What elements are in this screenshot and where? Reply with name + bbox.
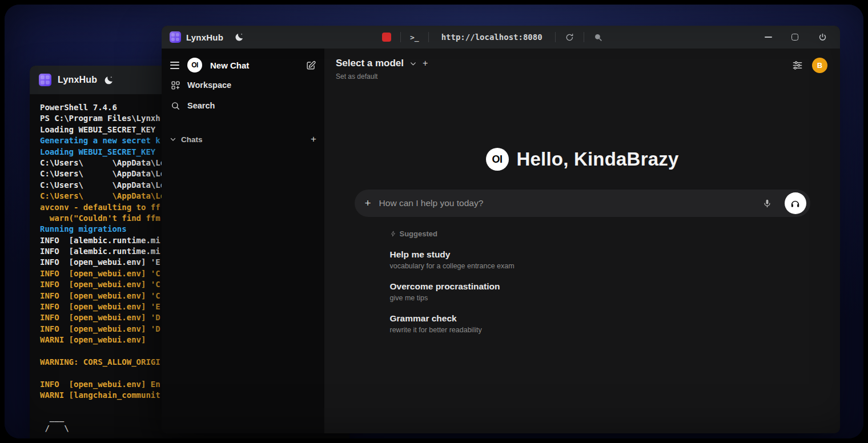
suggestion-list: Help me study vocabulary for a college e… bbox=[390, 249, 810, 334]
terminal-toggle-button[interactable]: >_ bbox=[410, 33, 419, 42]
suggested-section: Suggested Help me study vocabulary for a… bbox=[355, 229, 810, 334]
desktop-background: LynxHub PowerShell 7.4.6 PS C:\Program F… bbox=[5, 5, 863, 438]
address-url[interactable]: http://localhost:8080 bbox=[438, 33, 546, 42]
background-window-title: LynxHub bbox=[58, 75, 97, 85]
chevron-down-icon bbox=[409, 60, 417, 67]
chats-section-header[interactable]: Chats + bbox=[170, 131, 316, 148]
search-icon bbox=[171, 101, 180, 111]
minimize-button[interactable] bbox=[765, 37, 772, 38]
message-input-placeholder[interactable]: How can I help you today? bbox=[379, 198, 754, 208]
suggested-label: Suggested bbox=[400, 229, 437, 238]
power-button[interactable] bbox=[818, 33, 827, 42]
suggestion-title: Help me study bbox=[390, 249, 810, 260]
greeting-text: Hello, KindaBrazy bbox=[517, 148, 679, 170]
attach-plus-icon[interactable]: + bbox=[365, 197, 371, 210]
titlebar-divider bbox=[584, 32, 584, 42]
microphone-icon[interactable] bbox=[762, 199, 772, 208]
suggestion-item[interactable]: Help me study vocabulary for a college e… bbox=[390, 249, 810, 270]
new-chat-icon[interactable] bbox=[306, 60, 316, 71]
set-as-default-button[interactable]: Set as default bbox=[336, 73, 428, 80]
sidebar-toggle-icon[interactable] bbox=[170, 62, 179, 69]
moon-icon[interactable] bbox=[103, 75, 114, 86]
open-webui-logo-icon: OI bbox=[187, 58, 202, 73]
workspace-label: Workspace bbox=[187, 80, 231, 90]
foreground-window[interactable]: LynxHub >_ http://localhost:8080 bbox=[162, 26, 840, 433]
suggestion-title: Overcome procrastination bbox=[390, 281, 810, 292]
add-chat-button[interactable]: + bbox=[311, 134, 316, 145]
add-model-button[interactable]: + bbox=[423, 58, 428, 69]
titlebar-divider bbox=[428, 32, 429, 42]
user-avatar[interactable]: B bbox=[812, 58, 827, 73]
refresh-icon[interactable] bbox=[565, 33, 574, 42]
voice-call-button[interactable] bbox=[785, 192, 806, 214]
new-chat-label[interactable]: New Chat bbox=[210, 61, 249, 70]
foreground-window-titlebar[interactable]: LynxHub >_ http://localhost:8080 bbox=[162, 26, 840, 49]
suggestion-title: Grammar check bbox=[390, 313, 810, 324]
suggestion-item[interactable]: Grammar check rewrite it for better read… bbox=[390, 313, 810, 334]
workspace-icon bbox=[171, 80, 180, 90]
greeting-block: OI Hello, KindaBrazy bbox=[355, 148, 810, 171]
search-icon[interactable] bbox=[593, 33, 603, 42]
moon-icon[interactable] bbox=[234, 32, 244, 42]
stop-button[interactable] bbox=[382, 33, 391, 42]
model-selector-label: Select a model bbox=[336, 58, 404, 69]
sidebar-item-search[interactable]: Search bbox=[170, 95, 316, 116]
lightning-icon bbox=[390, 230, 396, 237]
controls-sliders-icon[interactable] bbox=[792, 60, 803, 71]
foreground-window-title: LynxHub bbox=[186, 33, 223, 42]
maximize-button[interactable] bbox=[791, 34, 798, 41]
sidebar-item-workspace[interactable]: Workspace bbox=[170, 75, 316, 95]
suggestion-description: rewrite it for better readability bbox=[390, 326, 810, 334]
suggestion-description: give me tips bbox=[390, 294, 810, 302]
chats-label: Chats bbox=[181, 135, 203, 144]
model-selector[interactable]: Select a model + bbox=[336, 58, 428, 69]
sidebar: OI New Chat bbox=[162, 49, 324, 433]
lynxhub-logo-icon bbox=[39, 74, 51, 86]
message-input[interactable]: + How can I help you today? bbox=[355, 190, 810, 217]
chat-main-area: Select a model + Set as default bbox=[324, 49, 840, 433]
suggestion-item[interactable]: Overcome procrastination give me tips bbox=[390, 281, 810, 302]
open-webui-logo-icon: OI bbox=[486, 148, 509, 171]
lynxhub-logo-icon bbox=[170, 31, 181, 43]
titlebar-divider bbox=[400, 32, 401, 42]
search-label: Search bbox=[187, 101, 215, 110]
suggestion-description: vocabulary for a college entrance exam bbox=[390, 262, 810, 270]
titlebar-divider bbox=[555, 32, 556, 42]
chevron-down-icon bbox=[170, 136, 176, 143]
